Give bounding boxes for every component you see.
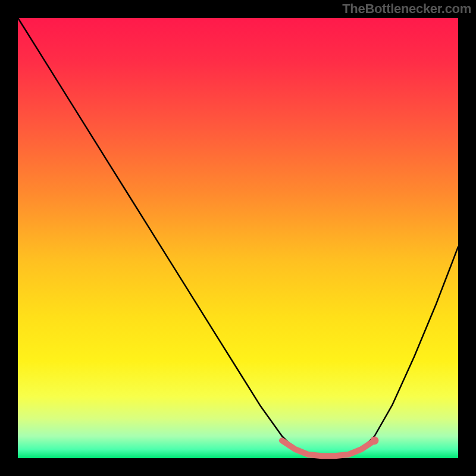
chart-frame: TheBottlenecker.com [0, 0, 476, 476]
plot-background [18, 18, 458, 458]
attribution-label: TheBottlenecker.com [342, 1, 471, 17]
bottleneck-chart [0, 0, 476, 476]
marker-dot [370, 436, 378, 444]
